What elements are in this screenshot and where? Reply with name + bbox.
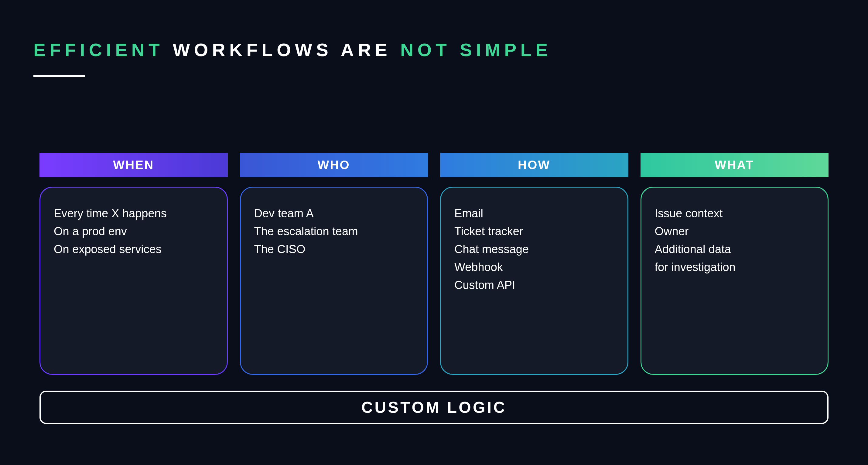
footer-custom-logic: CUSTOM LOGIC bbox=[39, 391, 829, 424]
what-item: for investigation bbox=[655, 258, 814, 276]
what-item: Additional data bbox=[655, 240, 814, 258]
how-item: Custom API bbox=[454, 276, 614, 294]
title-word-workflows: WORKFLOWS bbox=[173, 40, 332, 60]
column-how: HOW Email Ticket tracker Chat message We… bbox=[440, 153, 628, 375]
title-word-not: NOT bbox=[400, 40, 451, 60]
what-item: Issue context bbox=[655, 205, 814, 223]
when-item: Every time X happens bbox=[54, 205, 214, 223]
when-item: On a prod env bbox=[54, 223, 214, 240]
column-header-when: WHEN bbox=[39, 153, 228, 177]
how-item: Email bbox=[454, 205, 614, 223]
column-header-who: WHO bbox=[240, 153, 428, 177]
column-when: WHEN Every time X happens On a prod env … bbox=[39, 153, 228, 375]
column-what: WHAT Issue context Owner Additional data… bbox=[641, 153, 829, 375]
how-item: Chat message bbox=[454, 240, 614, 258]
slide: EFFICIENT WORKFLOWS ARE NOT SIMPLE WHEN … bbox=[0, 0, 868, 465]
slide-title: EFFICIENT WORKFLOWS ARE NOT SIMPLE bbox=[33, 39, 835, 60]
column-who: WHO Dev team A The escalation team The C… bbox=[240, 153, 428, 375]
who-item: Dev team A bbox=[254, 205, 414, 223]
who-item: The CISO bbox=[254, 240, 414, 258]
when-item: On exposed services bbox=[54, 240, 214, 258]
card-who: Dev team A The escalation team The CISO bbox=[240, 187, 428, 375]
card-what: Issue context Owner Additional data for … bbox=[641, 187, 829, 375]
who-item: The escalation team bbox=[254, 223, 414, 240]
what-item: Owner bbox=[655, 223, 814, 240]
title-word-are: ARE bbox=[341, 40, 391, 60]
how-item: Ticket tracker bbox=[454, 223, 614, 240]
card-how: Email Ticket tracker Chat message Webhoo… bbox=[440, 187, 628, 375]
title-underline bbox=[33, 75, 85, 77]
column-header-how: HOW bbox=[440, 153, 628, 177]
column-header-what: WHAT bbox=[641, 153, 829, 177]
title-word-efficient: EFFICIENT bbox=[33, 40, 164, 60]
how-item: Webhook bbox=[454, 258, 614, 276]
card-when: Every time X happens On a prod env On ex… bbox=[39, 187, 228, 375]
columns-row: WHEN Every time X happens On a prod env … bbox=[33, 153, 835, 375]
title-word-simple: SIMPLE bbox=[460, 40, 552, 60]
